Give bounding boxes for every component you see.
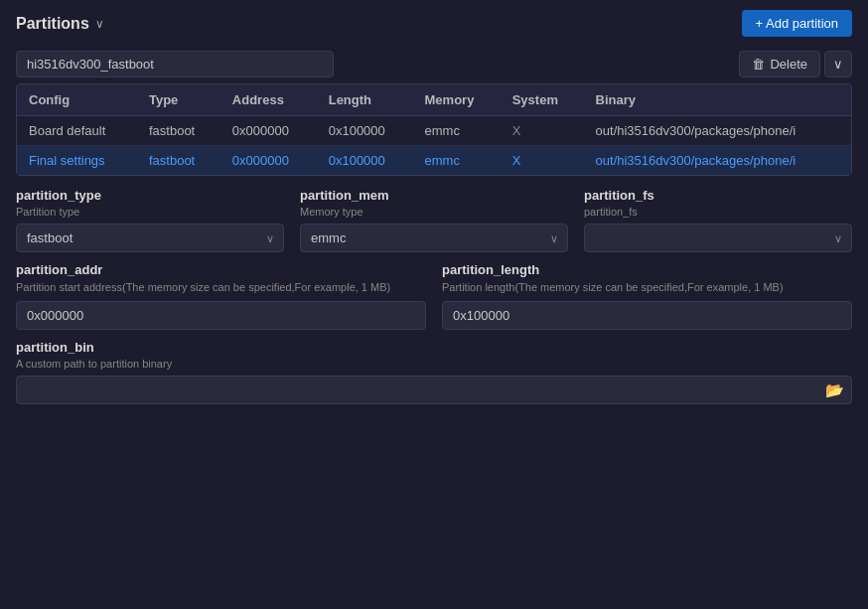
page-title: Partitions: [16, 15, 89, 33]
col-binary: Binary: [584, 84, 851, 116]
partition-type-wrapper: fastboot: [16, 224, 284, 252]
form-row-2: partition_addr Partition start address(T…: [16, 262, 852, 330]
partition-type-sublabel: Partition type: [16, 206, 284, 218]
partition-fs-select[interactable]: [584, 224, 852, 252]
cell-length: 0x100000: [317, 146, 413, 176]
partition-fs-wrapper: [584, 224, 852, 252]
form-section: partition_type Partition type fastboot p…: [0, 176, 868, 414]
partition-addr-label: partition_addr: [16, 262, 426, 277]
col-config: Config: [17, 84, 137, 116]
partition-mem-sublabel: Memory type: [300, 206, 568, 218]
cell-config: Board default: [17, 116, 137, 146]
partition-mem-select[interactable]: emmc: [300, 224, 568, 252]
partition-addr-sublabel: Partition start address(The memory size …: [16, 280, 426, 295]
col-system: System: [501, 84, 584, 116]
table-body: Board defaultfastboot0x0000000x100000emm…: [17, 116, 851, 176]
cell-address: 0x000000: [220, 116, 317, 146]
partition-bin-label: partition_bin: [16, 340, 852, 355]
header-left: Partitions ∨: [16, 15, 104, 33]
delete-icon: 🗑: [752, 57, 765, 72]
folder-icon-button[interactable]: 📂: [825, 381, 844, 399]
partition-mem-label: partition_mem: [300, 188, 568, 203]
cell-type: fastboot: [137, 116, 220, 146]
partition-fs-group: partition_fs partition_fs: [584, 188, 852, 252]
partition-bin-group: partition_bin A custom path to partition…: [16, 340, 852, 404]
cell-address: 0x000000: [220, 146, 317, 176]
cell-memory: emmc: [413, 146, 501, 176]
form-row-1: partition_type Partition type fastboot p…: [16, 188, 852, 252]
partition-length-label: partition_length: [442, 262, 852, 277]
partition-length-group: partition_length Partition length(The me…: [442, 262, 852, 330]
header: Partitions ∨ + Add partition: [0, 0, 868, 45]
col-memory: Memory: [413, 84, 501, 116]
cell-binary: out/hi3516dv300/packages/phone/i: [584, 116, 851, 146]
form-row-3: partition_bin A custom path to partition…: [16, 340, 852, 404]
toolbar-right: 🗑 Delete ∨: [739, 51, 852, 77]
cell-type: fastboot: [137, 146, 220, 176]
table-row[interactable]: Board defaultfastboot0x0000000x100000emm…: [17, 116, 851, 146]
partition-mem-group: partition_mem Memory type emmc: [300, 188, 568, 252]
partition-mem-wrapper: emmc: [300, 224, 568, 252]
partition-length-sublabel: Partition length(The memory size can be …: [442, 280, 852, 295]
partition-length-input[interactable]: [442, 301, 852, 330]
partition-type-group: partition_type Partition type fastboot: [16, 188, 284, 252]
cell-memory: emmc: [413, 116, 501, 146]
partition-bin-input-wrapper: 📂: [16, 376, 852, 404]
partitions-page: Partitions ∨ + Add partition 🗑 Delete ∨ …: [0, 0, 868, 609]
partition-type-label: partition_type: [16, 188, 284, 203]
table-row[interactable]: Final settingsfastboot0x0000000x100000em…: [17, 146, 851, 176]
partition-type-select[interactable]: fastboot: [16, 224, 284, 252]
partition-addr-group: partition_addr Partition start address(T…: [16, 262, 426, 330]
col-type: Type: [137, 84, 220, 116]
delete-label: Delete: [770, 57, 807, 72]
cell-length: 0x100000: [317, 116, 413, 146]
search-input[interactable]: [16, 51, 334, 77]
partition-bin-input[interactable]: [16, 376, 852, 404]
col-length: Length: [317, 84, 413, 116]
partition-table: Config Type Address Length Memory System…: [17, 84, 851, 175]
delete-button[interactable]: 🗑 Delete: [739, 51, 820, 77]
partition-fs-sublabel: partition_fs: [584, 206, 852, 218]
toolbar: 🗑 Delete ∨: [0, 45, 868, 83]
partition-bin-sublabel: A custom path to partition binary: [16, 358, 852, 370]
col-address: Address: [220, 84, 317, 116]
cell-binary: out/hi3516dv300/packages/phone/i: [584, 146, 851, 176]
cell-system: X: [501, 146, 584, 176]
chevron-down-icon: ∨: [95, 17, 104, 31]
partition-addr-input[interactable]: [16, 301, 426, 330]
table-header: Config Type Address Length Memory System…: [17, 84, 851, 116]
folder-icon: 📂: [825, 381, 844, 398]
partition-fs-label: partition_fs: [584, 188, 852, 203]
expand-button[interactable]: ∨: [824, 51, 852, 77]
add-partition-button[interactable]: + Add partition: [742, 10, 852, 37]
cell-system: X: [501, 116, 584, 146]
cell-config: Final settings: [17, 146, 137, 176]
partition-table-container: Config Type Address Length Memory System…: [16, 83, 852, 176]
